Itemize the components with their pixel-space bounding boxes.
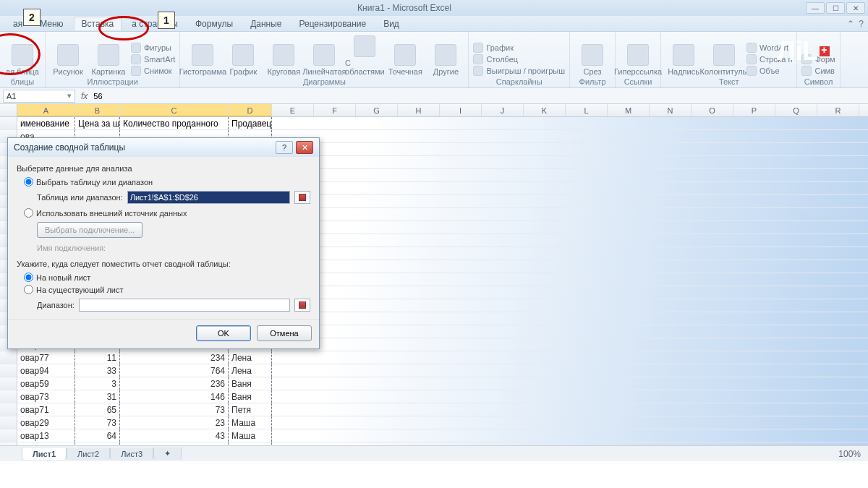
line-chart-button[interactable]: График (225, 44, 261, 76)
name-box[interactable]: A1▾ (3, 90, 75, 103)
col-header[interactable]: J (482, 104, 524, 116)
table-row[interactable]: овар9433764Лена (0, 364, 868, 377)
shapes-button[interactable]: Фигуры (131, 43, 175, 53)
watermark-logo: ЛiL (777, 33, 849, 69)
pie-chart-button[interactable]: Круговая (265, 44, 302, 76)
annotation-number-2: 2 (23, 9, 41, 26)
col-header[interactable]: G (356, 104, 398, 116)
ribbon: ая блицаблицы Рисунок Картинка Фигуры Sm… (0, 32, 868, 88)
textbox-button[interactable]: Надпись (665, 44, 702, 76)
dialog-title: Создание сводной таблицы (14, 142, 125, 153)
select-all-corner[interactable] (0, 104, 17, 116)
clipart-button[interactable]: Картинка (90, 44, 127, 76)
ribbon-tabs: ая Меню Вставка а страницы Формулы Данны… (0, 16, 868, 32)
table-row[interactable]: овар7711234Лена (0, 351, 868, 364)
scatter-chart-button[interactable]: Точечная (387, 44, 423, 76)
sparkline-line-button[interactable]: График (473, 43, 565, 53)
hyperlink-button[interactable]: Гиперссылка (620, 44, 656, 76)
pivot-table-button[interactable]: ая блица (4, 44, 41, 76)
dialog-close-button[interactable]: ✕ (296, 141, 313, 154)
header-footer-button[interactable]: Колонтитулы (706, 44, 742, 76)
range-picker-button[interactable] (294, 191, 310, 204)
col-header[interactable]: I (440, 104, 482, 116)
col-header[interactable]: F (314, 104, 356, 116)
sheet-tab[interactable]: Лист1 (22, 448, 67, 460)
table-row[interactable]: овар297323Маша (0, 416, 868, 429)
choose-connection-button: Выбрать подключение... (37, 222, 142, 238)
tab-formulas[interactable]: Формулы (188, 17, 240, 30)
bar-chart-button[interactable]: Линейчатая (306, 44, 342, 76)
column-chart-button[interactable]: Гистограмма (184, 44, 221, 76)
formula-input[interactable] (93, 92, 868, 100)
col-header[interactable]: Q (775, 104, 817, 116)
other-charts-button[interactable]: Другие (427, 44, 464, 76)
col-header[interactable]: R (817, 104, 859, 116)
picture-button[interactable]: Рисунок (50, 44, 86, 76)
radio-new-sheet[interactable] (24, 273, 33, 282)
col-header[interactable]: O (692, 104, 733, 116)
annotation-number-1: 1 (158, 12, 175, 29)
new-sheet-button[interactable]: ✦ (153, 448, 182, 460)
tab-review[interactable]: Рецензирование (292, 17, 373, 30)
tab-data[interactable]: Данные (243, 17, 289, 30)
location-input[interactable] (79, 299, 290, 312)
sparkline-column-button[interactable]: Столбец (473, 54, 565, 64)
section-label: Выберите данные для анализа (17, 164, 310, 173)
radio-external-source[interactable] (24, 208, 33, 218)
col-header[interactable]: K (524, 104, 566, 116)
range-label: Таблица или диапазон: (37, 193, 123, 202)
table-row[interactable]: овар716573Петя (0, 403, 868, 416)
maximize-button[interactable]: ☐ (826, 2, 845, 14)
col-header[interactable]: H (398, 104, 440, 116)
smartart-button[interactable]: SmartArt (131, 54, 175, 64)
col-header[interactable]: E (272, 104, 314, 116)
sheet-tab[interactable]: Лист3 (110, 448, 153, 460)
radio-existing-sheet[interactable] (24, 285, 33, 294)
col-header-C[interactable]: C (120, 104, 229, 116)
close-button[interactable]: ✕ (846, 2, 865, 14)
range-picker-button[interactable] (294, 299, 310, 312)
cancel-button[interactable]: Отмена (257, 325, 312, 341)
tab-pagelayout[interactable]: а страницы (124, 17, 185, 30)
create-pivot-dialog: Создание сводной таблицы ? ✕ Выберите да… (7, 137, 320, 349)
column-headers: A B C D E F G H I J K L M N O P Q R (0, 104, 868, 117)
tab-view[interactable]: Вид (376, 17, 407, 30)
range-input[interactable] (127, 191, 290, 204)
radio-select-range[interactable] (24, 177, 33, 187)
app-title: Книга1 - Microsoft Excel (3, 3, 806, 13)
table-row[interactable]: овар593236Ваня (0, 377, 868, 390)
table-row[interactable]: овар7331146Ваня (0, 390, 868, 403)
window-titlebar: Книга1 - Microsoft Excel — ☐ ✕ (0, 0, 868, 16)
sparkline-winloss-button[interactable]: Выигрыш / проигрыш (473, 66, 565, 76)
zoom-level[interactable]: 100% (831, 449, 868, 459)
col-header[interactable]: N (650, 104, 692, 116)
minimize-button[interactable]: — (806, 2, 825, 14)
connection-name-label: Имя подключения: (17, 241, 310, 255)
sheet-tab[interactable]: Лист2 (67, 448, 110, 460)
tab-insert[interactable]: Вставка (74, 17, 122, 30)
ribbon-minimize-icon[interactable]: ⌃ (847, 19, 854, 29)
col-header[interactable]: P (733, 104, 775, 116)
range2-label: Диапазон: (37, 301, 75, 309)
formula-bar: A1▾ fx (0, 88, 868, 104)
area-chart-button[interactable]: С областями (346, 35, 383, 76)
help-icon[interactable]: ? (859, 19, 864, 29)
table-header-row: именование Цена за шт Количество проданн… (0, 117, 868, 130)
ok-button[interactable]: OK (196, 325, 251, 341)
table-row[interactable]: овар136443Маша (0, 429, 868, 442)
col-header-D[interactable]: D (229, 104, 272, 116)
screenshot-button[interactable]: Снимок (131, 66, 175, 76)
slicer-button[interactable]: Срез (574, 44, 610, 76)
col-header[interactable]: M (608, 104, 650, 116)
fx-icon[interactable]: fx (81, 91, 88, 101)
dialog-help-button[interactable]: ? (276, 141, 293, 154)
col-header-A[interactable]: A (17, 104, 75, 116)
col-header-B[interactable]: B (75, 104, 120, 116)
col-header[interactable]: L (566, 104, 608, 116)
section-label: Укажите, куда следует поместить отчет св… (17, 260, 310, 268)
sheet-tabs: Лист1 Лист2 Лист3 ✦ 100% (0, 445, 868, 461)
